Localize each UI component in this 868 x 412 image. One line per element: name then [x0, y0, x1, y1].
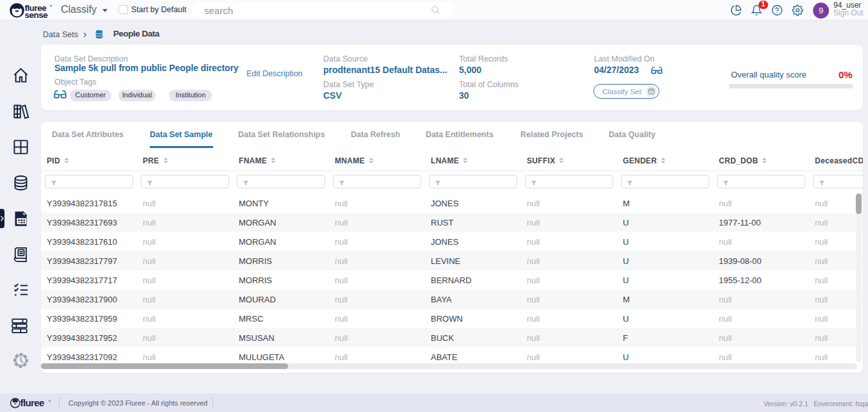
svg-text:sense: sense: [24, 10, 48, 20]
svg-text:fluree: fluree: [20, 398, 45, 408]
